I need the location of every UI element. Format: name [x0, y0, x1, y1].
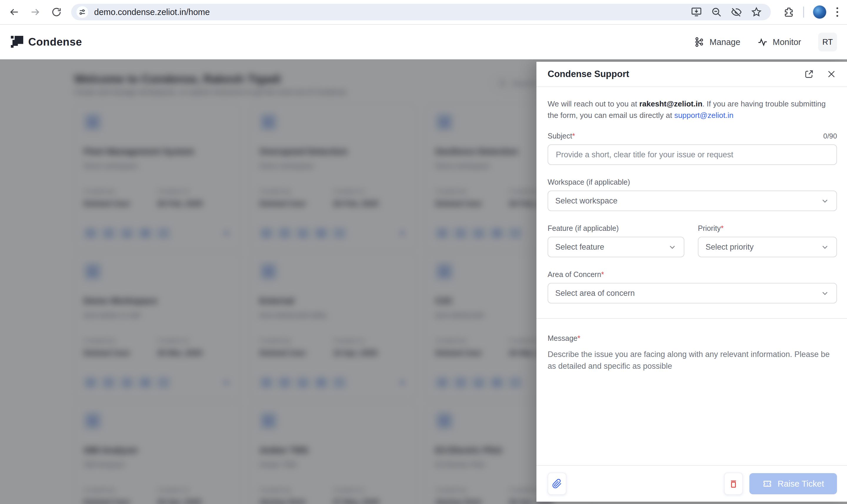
ticket-icon: [762, 479, 772, 489]
browser-toolbar: demo.condense.zeliot.in/home: [0, 0, 847, 25]
zoom-out-icon[interactable]: [711, 6, 722, 18]
app-header: Condense Manage Monitor RT: [0, 25, 847, 59]
feature-select[interactable]: Select feature: [547, 237, 684, 257]
area-of-concern-label: Area of Concern*: [547, 270, 604, 278]
url-text[interactable]: demo.condense.zeliot.in/home: [94, 7, 691, 17]
support-intro: We will reach out to you at rakesht@zeli…: [547, 98, 830, 121]
support-panel-footer: Raise Ticket: [537, 465, 847, 502]
workspace-label: Workspace (if applicable): [547, 178, 630, 186]
subject-label: Subject*: [547, 132, 575, 140]
install-app-icon[interactable]: [691, 6, 702, 18]
extensions-icon[interactable]: [783, 6, 794, 18]
browser-menu-icon[interactable]: [835, 6, 839, 18]
raise-ticket-label: Raise Ticket: [778, 479, 824, 489]
chevron-down-icon: [821, 289, 829, 298]
attach-file-button[interactable]: [547, 472, 566, 495]
kafka-manage-icon: [694, 37, 705, 47]
nav-monitor[interactable]: Monitor: [757, 37, 801, 47]
condense-logo-icon: [11, 36, 23, 49]
feature-label: Feature (if applicable): [547, 224, 619, 232]
url-bar[interactable]: demo.condense.zeliot.in/home: [71, 4, 771, 20]
reload-icon[interactable]: [50, 5, 63, 19]
support-panel-header: Condense Support: [537, 62, 847, 87]
support-email-link[interactable]: support@zeliot.in: [674, 111, 734, 120]
open-external-icon[interactable]: [804, 69, 815, 80]
site-settings-icon[interactable]: [76, 6, 88, 18]
area-of-concern-select[interactable]: Select area of concern: [547, 283, 837, 304]
page: Welcome to Condense, Rakesh Tigadi Creat…: [0, 59, 847, 504]
message-textarea[interactable]: [547, 348, 837, 446]
bookmark-star-icon[interactable]: [751, 6, 762, 18]
nav-monitor-label: Monitor: [773, 37, 801, 47]
workspace-select[interactable]: Select workspace: [547, 191, 837, 211]
chevron-down-icon: [821, 196, 829, 205]
close-icon[interactable]: [826, 69, 837, 80]
support-panel: Condense Support We will reach out to yo…: [537, 62, 847, 502]
chevron-down-icon: [668, 242, 677, 251]
message-label: Message*: [547, 334, 580, 343]
support-panel-title: Condense Support: [547, 69, 629, 79]
back-icon[interactable]: [8, 5, 21, 19]
paperclip-icon: [552, 479, 562, 489]
trash-icon: [729, 479, 738, 488]
brand-name: Condense: [28, 36, 82, 48]
brand[interactable]: Condense: [11, 36, 82, 49]
priority-label: Priority*: [698, 224, 724, 232]
user-avatar[interactable]: RT: [818, 33, 837, 52]
discard-button[interactable]: [724, 472, 743, 495]
activity-monitor-icon: [757, 37, 768, 47]
priority-select[interactable]: Select priority: [698, 237, 837, 257]
toolbar-separator: [803, 6, 804, 18]
support-form: We will reach out to you at rakesht@zeli…: [537, 87, 847, 465]
raise-ticket-button[interactable]: Raise Ticket: [749, 473, 837, 494]
chevron-down-icon: [821, 242, 829, 251]
nav-manage[interactable]: Manage: [694, 37, 740, 47]
subject-char-counter: 0/90: [823, 132, 837, 140]
user-email: rakesht@zeliot.in: [639, 100, 703, 108]
nav-manage-label: Manage: [709, 37, 740, 47]
forward-icon[interactable]: [29, 5, 42, 19]
subject-input[interactable]: [547, 144, 837, 165]
browser-profile-avatar[interactable]: [813, 5, 826, 19]
section-divider: [537, 318, 847, 319]
eye-off-icon[interactable]: [731, 6, 742, 18]
